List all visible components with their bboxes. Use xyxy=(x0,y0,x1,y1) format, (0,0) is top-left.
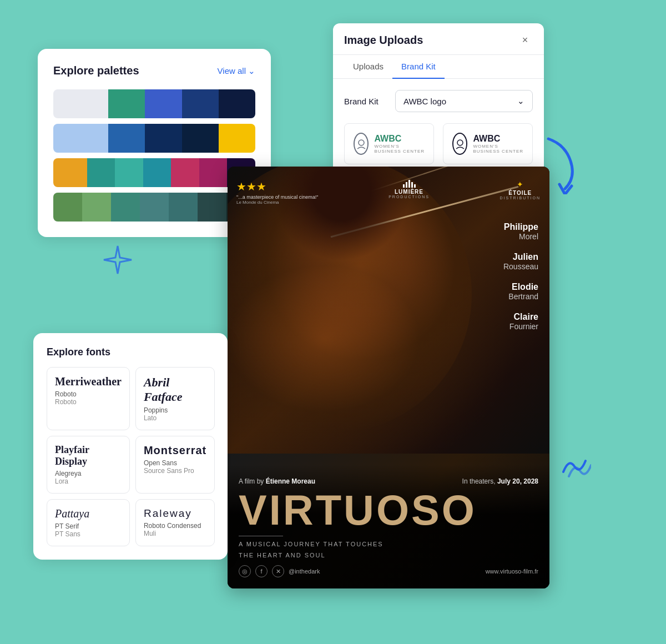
poster-tagline: A MUSICAL JOURNEY THAT TOUCHES xyxy=(239,541,538,547)
font-card-merriweather[interactable]: Merriweather Roboto Roboto xyxy=(47,367,130,430)
star-rating: ★★★ "...a masterpiece of musical cinema!… xyxy=(236,180,318,205)
palettes-title: Explore palettes xyxy=(53,64,139,77)
logo-card-light[interactable]: AWBC WOMEN'S BUSINESS CENTER xyxy=(344,123,434,164)
image-uploads-panel: Image Uploads × Uploads Brand Kit Brand … xyxy=(333,23,544,175)
font-secondary-name: Roboto xyxy=(55,390,122,398)
logo-main-text: AWBC xyxy=(374,134,425,144)
logo-icon xyxy=(452,133,467,155)
star-decoration xyxy=(101,243,134,281)
font-display-name: Merriweather xyxy=(55,375,122,388)
palette-swatch xyxy=(115,158,143,187)
cast-item: Julien Rousseau xyxy=(503,252,538,271)
logo-sub-text: WOMEN'S BUSINESS CENTER xyxy=(374,144,425,154)
panel-header: Image Uploads × xyxy=(333,23,544,55)
fonts-grid: Merriweather Roboto Roboto Abril Fatface… xyxy=(47,367,214,546)
review-quote: "...a masterpiece of musical cinema!" xyxy=(236,194,318,200)
brand-kit-row: Brand Kit AWBC logo ⌄ xyxy=(344,90,533,112)
brand-kit-select[interactable]: AWBC logo ⌄ xyxy=(395,90,533,112)
cast-item: Philippe Morel xyxy=(503,222,538,241)
palette-row[interactable] xyxy=(53,124,255,153)
palette-swatch xyxy=(53,193,82,222)
font-display-name: Abril Fatface xyxy=(144,375,206,404)
palette-swatch xyxy=(87,158,115,187)
cast-first-name: Elodie xyxy=(503,282,538,292)
logo-icon xyxy=(354,133,369,155)
font-secondary-name: PT Serif xyxy=(55,522,122,530)
palette-swatch xyxy=(219,89,255,118)
font-secondary-name: Poppins xyxy=(144,406,206,414)
font-tertiary-name: Lato xyxy=(144,414,206,422)
font-tertiary-name: Source Sans Pro xyxy=(144,467,206,475)
palette-swatch xyxy=(145,89,181,118)
fonts-panel: Explore fonts Merriweather Roboto Roboto… xyxy=(33,333,228,560)
palette-swatch xyxy=(182,89,219,118)
font-tertiary-name: Roboto xyxy=(55,398,122,406)
font-card-pattaya[interactable]: Pattaya PT Serif PT Sans xyxy=(47,499,130,546)
palette-swatch xyxy=(82,193,111,222)
palette-row[interactable] xyxy=(53,158,255,187)
film-credit: A film by Étienne Moreau xyxy=(239,476,315,486)
poster-bottom: A film by Étienne Moreau In theaters, Ju… xyxy=(228,465,549,588)
palette-swatch xyxy=(53,89,108,118)
font-display-name: Playfair Display xyxy=(55,444,122,467)
font-card-raleway[interactable]: Raleway Roboto Condensed Muli xyxy=(135,499,215,546)
palette-swatch xyxy=(219,124,255,153)
chevron-down-icon: ⌄ xyxy=(248,66,255,76)
font-card-montserrat[interactable]: Montserrat Open Sans Source Sans Pro xyxy=(135,436,215,494)
palette-row[interactable] xyxy=(53,193,255,222)
cast-last-name: Fournier xyxy=(503,322,538,331)
poster-credits-row: A film by Étienne Moreau In theaters, Ju… xyxy=(239,476,538,486)
cast-first-name: Philippe xyxy=(503,222,538,232)
panel-body: Brand Kit AWBC logo ⌄ AWBC xyxy=(333,79,544,175)
palettes-header: Explore palettes View all ⌄ xyxy=(53,64,255,77)
font-secondary-name: Alegreya xyxy=(55,470,122,477)
font-secondary-name: Roboto Condensed xyxy=(144,522,206,530)
logo-text-block: AWBC WOMEN'S BUSINESS CENTER xyxy=(374,134,425,154)
cast-first-name: Julien xyxy=(503,252,538,262)
brand-kit-label: Brand Kit xyxy=(344,97,389,106)
font-display-name: Pattaya xyxy=(55,507,122,520)
font-card-abril[interactable]: Abril Fatface Poppins Lato xyxy=(135,367,215,430)
view-all-button[interactable]: View all ⌄ xyxy=(218,66,255,76)
palette-swatch xyxy=(111,193,140,222)
svg-point-1 xyxy=(457,140,463,145)
instagram-icon: ◎ xyxy=(239,565,251,577)
fonts-title: Explore fonts xyxy=(47,346,214,358)
palette-swatch xyxy=(108,89,145,118)
font-display-name: Raleway xyxy=(144,507,206,520)
svg-point-0 xyxy=(359,140,364,145)
social-icons: ◎ f ✕ @inthedark xyxy=(239,565,320,577)
chevron-down-icon: ⌄ xyxy=(517,96,524,106)
logo-inner: AWBC WOMEN'S BUSINESS CENTER xyxy=(354,133,425,155)
website-text: www.virtuoso-film.fr xyxy=(486,568,538,575)
logo-card-dark[interactable]: AWBC WOMEN'S BUSINESS CENTER xyxy=(443,123,533,164)
logo-main-text: AWBC xyxy=(473,134,523,144)
font-tertiary-name: PT Sans xyxy=(55,530,122,538)
tab-uploads[interactable]: Uploads xyxy=(344,55,392,79)
close-button[interactable]: × xyxy=(517,32,533,48)
palette-swatch xyxy=(199,158,228,187)
cast-item: Elodie Bertrand xyxy=(503,282,538,301)
palette-swatch xyxy=(53,124,108,153)
palette-swatch xyxy=(140,193,169,222)
squiggle-decoration xyxy=(561,455,591,480)
palette-swatch xyxy=(108,124,145,153)
font-secondary-name: Open Sans xyxy=(144,459,206,467)
divider-line xyxy=(239,536,283,536)
tab-brand-kit[interactable]: Brand Kit xyxy=(392,55,445,79)
font-card-playfair[interactable]: Playfair Display Alegreya Lora xyxy=(47,436,130,494)
movie-poster: ★★★ "...a masterpiece of musical cinema!… xyxy=(228,167,549,588)
etoile-logo: ✦ ÉTOILE DISTRIBUTION xyxy=(500,180,541,200)
logos-row: AWBC WOMEN'S BUSINESS CENTER AWBC xyxy=(344,123,533,164)
cast-list: Philippe Morel Julien Rousseau Elodie Be… xyxy=(503,222,538,331)
palette-swatch xyxy=(171,158,199,187)
poster-tagline2: THE HEART AND SOUL xyxy=(239,552,538,559)
poster-title: VIRTUOSO xyxy=(239,489,538,531)
lumiere-logo: LUMIÈRE PRODUCTIONS xyxy=(389,180,430,199)
palette-swatch xyxy=(169,193,198,222)
tabs-row: Uploads Brand Kit xyxy=(333,55,544,79)
poster-footer: ◎ f ✕ @inthedark www.virtuoso-film.fr xyxy=(239,565,538,577)
review-source: Le Monde du Cinema xyxy=(236,200,318,205)
poster-logos-row: ★★★ "...a masterpiece of musical cinema!… xyxy=(236,180,541,205)
palette-row[interactable] xyxy=(53,89,255,118)
